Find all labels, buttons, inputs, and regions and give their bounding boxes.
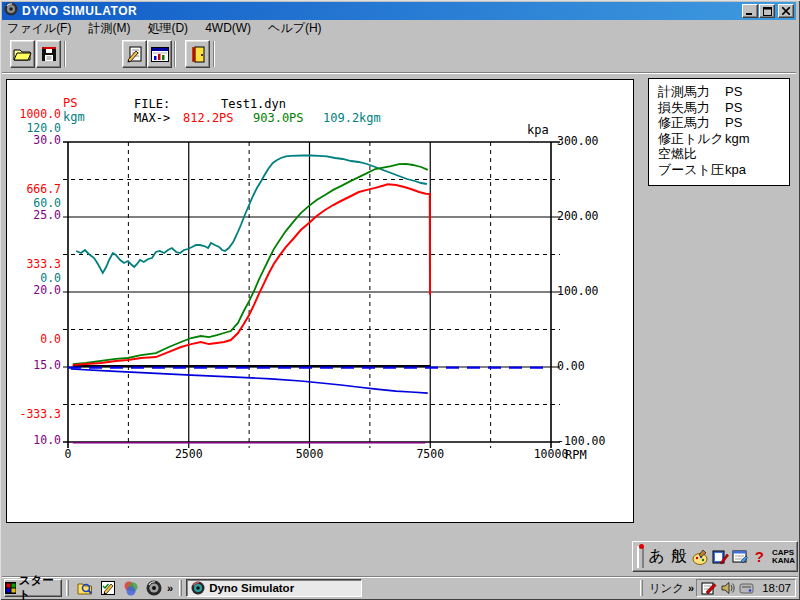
- quicklaunch-search-button[interactable]: [76, 580, 93, 597]
- system-tray: 18:07: [696, 579, 796, 597]
- save-file-button[interactable]: [36, 40, 61, 68]
- axis-labels: 0250050007500100001000.0666.7333.30.0-33…: [7, 80, 635, 524]
- close-icon: [782, 7, 790, 15]
- toolbar-separator: [174, 41, 176, 67]
- measure-note-icon: [126, 46, 144, 63]
- x-axis-tick-label: 2500: [164, 448, 214, 461]
- taskbar: スタート » Dyno Simulator リンク »: [2, 577, 798, 598]
- chart-panel: 0250050007500100001000.0666.7333.30.0-33…: [6, 79, 634, 523]
- quicklaunch-dyno-button[interactable]: [145, 580, 162, 597]
- legend-row: ブースト圧kpa: [658, 162, 789, 178]
- device-tray-icon[interactable]: [739, 581, 755, 595]
- ps-axis-tick-label: -333.3: [7, 408, 61, 421]
- taskarea-grip[interactable]: [179, 580, 182, 596]
- save-floppy-icon: [41, 46, 57, 62]
- links-toolbar-label[interactable]: リンク: [649, 581, 684, 596]
- windows-logo-icon: [5, 582, 16, 594]
- menu-measure[interactable]: 計測(M): [88, 20, 130, 37]
- maximize-icon: [763, 7, 772, 16]
- legend-row: 修正トルクkgm: [658, 131, 789, 147]
- kpa-unit-label: kpa: [527, 123, 549, 137]
- file-label: FILE:: [134, 97, 170, 111]
- speaker-volume-icon[interactable]: [721, 581, 735, 595]
- ps-axis-tick-label: 1000.0: [7, 108, 61, 121]
- links-grip[interactable]: [640, 580, 643, 596]
- measure-button[interactable]: [122, 40, 147, 68]
- ime-drag-handle[interactable]: [637, 546, 644, 568]
- af-axis-tick-label: 10.0: [7, 434, 61, 447]
- file-value: Test1.dyn: [221, 97, 286, 111]
- ime-dictionary-button[interactable]: [711, 547, 729, 567]
- kpa-axis-tick-label: 100.00: [557, 285, 609, 298]
- quicklaunch-grip[interactable]: [66, 580, 69, 596]
- af-axis-tick-label: 15.0: [7, 359, 61, 372]
- report-window-button[interactable]: [147, 40, 172, 68]
- legend-box: 計測馬力PS 損失馬力PS 修正馬力PS 修正トルクkgm 空燃比 ブースト圧k…: [648, 78, 790, 186]
- minimize-button[interactable]: [742, 4, 758, 18]
- palette-icon: [691, 548, 709, 566]
- ime-help-button[interactable]: ?: [751, 547, 768, 567]
- kpa-axis-tick-label: 0.00: [557, 360, 609, 373]
- max-torque: 109.2kgm: [323, 111, 381, 125]
- af-axis-tick-label: 30.0: [7, 134, 61, 147]
- window-title: DYNO SIMULATOR: [22, 4, 741, 18]
- ime-toolbar: あ 般 ? CAPS KANA: [632, 541, 798, 572]
- x-axis-tick-label: 7500: [405, 448, 455, 461]
- quicklaunch-notes-button[interactable]: [99, 580, 116, 597]
- start-button[interactable]: スタート: [4, 579, 62, 597]
- open-folder-icon: [13, 47, 32, 62]
- search-folder-icon: [77, 580, 93, 596]
- x-axis-title: RPM: [565, 448, 587, 462]
- tablet-pen-tray-icon[interactable]: [701, 581, 717, 596]
- legend-row: 空燃比: [658, 146, 789, 162]
- menu-4wd[interactable]: 4WD(W): [205, 21, 251, 35]
- ime-input-mode[interactable]: あ: [649, 546, 665, 567]
- report-chart-icon: [151, 47, 169, 62]
- ps-axis-tick-label: 0.0: [7, 333, 61, 346]
- ps-axis-tick-label: 666.7: [7, 183, 61, 196]
- exit-button[interactable]: [185, 40, 210, 68]
- max-corrected-power: 903.0PS: [253, 111, 304, 125]
- x-axis-tick-label: 0: [43, 448, 93, 461]
- ime-status-dot: [639, 544, 644, 549]
- af-axis-tick-label: 20.0: [7, 284, 61, 297]
- kana-label: KANA: [772, 557, 795, 565]
- notepad-pencil-icon: [100, 580, 116, 596]
- open-file-button[interactable]: [10, 40, 35, 68]
- close-button[interactable]: [778, 4, 794, 18]
- dictionary-pen-icon: [711, 548, 729, 566]
- max-measured-power: 812.2PS: [183, 111, 234, 125]
- max-label: MAX->: [134, 111, 170, 125]
- app-icon: [4, 2, 18, 20]
- menu-process[interactable]: 処理(D): [147, 20, 188, 37]
- menu-file[interactable]: ファイル(F): [7, 20, 71, 37]
- quicklaunch-media-button[interactable]: [122, 580, 139, 597]
- task-button-dyno-simulator[interactable]: Dyno Simulator: [186, 579, 362, 597]
- ime-pad-button[interactable]: [731, 547, 749, 567]
- tire-icon: [191, 581, 205, 595]
- menu-bar: ファイル(F) 計測(M) 処理(D) 4WD(W) ヘルプ(H): [2, 20, 796, 36]
- af-axis-tick-label: 25.0: [7, 209, 61, 222]
- maximize-button[interactable]: [759, 4, 775, 18]
- minimize-icon: [746, 7, 754, 15]
- kpa-axis-tick-label: 300.00: [557, 135, 609, 148]
- ime-tools-button[interactable]: [691, 547, 709, 567]
- title-bar: DYNO SIMULATOR: [2, 2, 796, 20]
- toolbar-separator: [64, 41, 66, 67]
- kgm-unit-label: kgm: [63, 110, 85, 124]
- toolbar: [2, 37, 796, 73]
- ime-conversion-mode[interactable]: 般: [671, 546, 687, 567]
- app-window: DYNO SIMULATOR ファイル(F) 計測(M) 処理(D) 4WD(W…: [0, 0, 800, 600]
- toolbar-separator: [213, 41, 215, 67]
- start-label: スタート: [19, 573, 61, 600]
- kpa-axis-tick-label: 200.00: [557, 210, 609, 223]
- writing-pad-icon: [731, 548, 749, 566]
- tray-clock[interactable]: 18:07: [762, 582, 791, 594]
- menu-help[interactable]: ヘルプ(H): [268, 20, 322, 37]
- legend-row: 損失馬力PS: [658, 100, 789, 116]
- quicklaunch-overflow-chevron[interactable]: »: [167, 582, 173, 594]
- task-button-label: Dyno Simulator: [209, 582, 294, 594]
- exit-door-icon: [191, 46, 205, 63]
- links-overflow-chevron[interactable]: »: [688, 582, 694, 594]
- x-axis-tick-label: 5000: [285, 448, 335, 461]
